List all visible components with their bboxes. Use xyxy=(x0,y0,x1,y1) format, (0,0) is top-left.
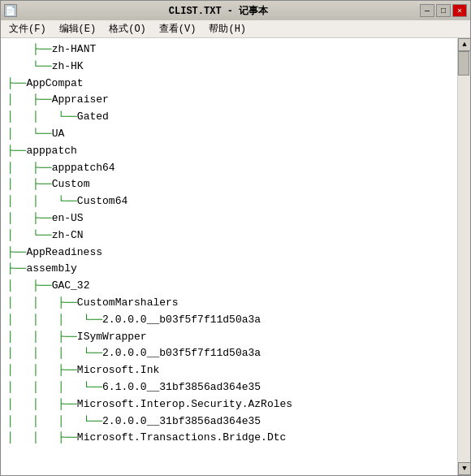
menu-edit[interactable]: 编辑(E) xyxy=(54,20,102,37)
main-window: 📄 CLIST.TXT - 记事本 — □ ✕ 文件(F) 编辑(E) 格式(O… xyxy=(0,0,471,476)
menu-file[interactable]: 文件(F) xyxy=(4,20,51,37)
menu-help[interactable]: 帮助(H) xyxy=(204,20,251,37)
scroll-up-button[interactable]: ▲ xyxy=(458,38,470,51)
title-bar-buttons: — □ ✕ xyxy=(420,4,467,17)
scroll-down-button[interactable]: ▼ xyxy=(458,462,470,475)
menu-view[interactable]: 查看(V) xyxy=(154,20,201,37)
menu-format[interactable]: 格式(O) xyxy=(104,20,151,37)
title-bar: 📄 CLIST.TXT - 记事本 — □ ✕ xyxy=(1,1,470,20)
close-button[interactable]: ✕ xyxy=(452,4,467,17)
scrollbar: ▲ ▼ xyxy=(457,38,470,475)
content-area: ├──zh-HANT └──zh-HK ├──AppCompat │ ├──Ap… xyxy=(1,38,470,475)
text-editor[interactable]: ├──zh-HANT └──zh-HK ├──AppCompat │ ├──Ap… xyxy=(1,38,457,475)
scroll-thumb[interactable] xyxy=(458,51,469,76)
window-title: CLIST.TXT - 记事本 xyxy=(17,4,420,18)
maximize-button[interactable]: □ xyxy=(436,4,451,17)
menu-bar: 文件(F) 编辑(E) 格式(O) 查看(V) 帮助(H) xyxy=(1,20,470,38)
scroll-track[interactable] xyxy=(458,51,470,462)
window-icon: 📄 xyxy=(4,4,17,17)
minimize-button[interactable]: — xyxy=(420,4,434,17)
